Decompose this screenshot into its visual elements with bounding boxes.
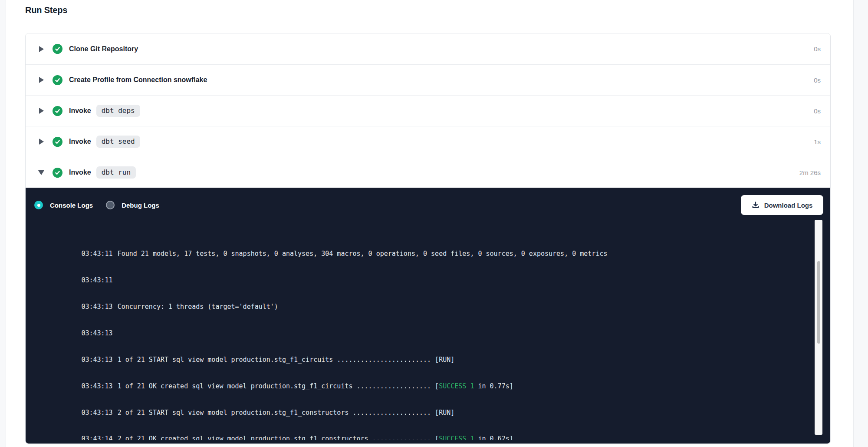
log-text: 2 of 21 START sql view model production.…: [118, 409, 455, 417]
step-row[interactable]: Clone Git Repository 0s: [26, 33, 830, 64]
step-duration: 0s: [814, 45, 821, 53]
success-check-icon: [53, 137, 62, 147]
log-timestamp: 03:43:13: [81, 409, 112, 417]
log-success-token: SUCCESS 1: [439, 435, 474, 440]
log-text-suffix: in 0.62s]: [474, 435, 513, 440]
success-check-icon: [53, 75, 62, 85]
log-line: 03:43:131 of 21 OK created sql view mode…: [34, 373, 830, 399]
log-line: 03:43:142 of 21 OK created sql view mode…: [34, 426, 830, 440]
success-check-icon: [53, 106, 62, 116]
success-check-icon: [53, 44, 62, 54]
right-gutter: [853, 0, 868, 447]
step-command-badge: dbt deps: [96, 105, 140, 117]
log-tab-label: Debug Logs: [122, 202, 159, 209]
log-timestamp: 03:43:13: [81, 329, 112, 337]
log-line: 03:43:13: [34, 320, 830, 347]
log-line: 03:43:131 of 21 START sql view model pro…: [34, 346, 830, 373]
success-check-icon: [53, 168, 62, 178]
log-timestamp: 03:43:11: [81, 276, 112, 284]
log-text: Found 21 models, 17 tests, 0 snapshots, …: [118, 250, 608, 258]
step-duration: 1s: [814, 138, 821, 146]
step-duration: 2m 26s: [799, 169, 821, 176]
step-command-badge: dbt seed: [96, 136, 140, 148]
left-gutter: [0, 0, 6, 447]
log-success-token: SUCCESS 1: [439, 382, 474, 390]
log-timestamp: 03:43:14: [81, 435, 112, 440]
expand-caret-icon[interactable]: [38, 108, 45, 114]
expand-caret-icon[interactable]: [38, 139, 45, 145]
step-title: Invoke: [69, 138, 91, 146]
step-row[interactable]: Create Profile from Connection snowflake…: [26, 64, 830, 95]
download-icon: [752, 201, 760, 209]
radio-icon[interactable]: [106, 201, 115, 209]
expand-caret-icon[interactable]: [38, 46, 45, 52]
step-row[interactable]: Invoke dbt seed 1s: [26, 126, 830, 157]
download-logs-button[interactable]: Download Logs: [741, 195, 823, 215]
log-text: 1 of 21 START sql view model production.…: [118, 356, 455, 364]
step-duration: 0s: [814, 76, 821, 84]
log-line: 03:43:11Found 21 models, 17 tests, 0 sna…: [34, 241, 830, 267]
log-tab-label: Console Logs: [50, 202, 93, 209]
log-timestamp: 03:43:13: [81, 303, 112, 311]
step-title: Invoke: [69, 107, 91, 115]
expand-caret-icon[interactable]: [38, 170, 45, 175]
log-panel: Console Logs Debug Logs Download Logs: [26, 188, 830, 444]
log-content: 03:43:11Found 21 models, 17 tests, 0 sna…: [26, 218, 830, 440]
step-title: Clone Git Repository: [69, 45, 138, 53]
log-tab[interactable]: Console Logs: [34, 201, 93, 209]
log-scrollbar-track[interactable]: [815, 220, 822, 435]
log-timestamp: 03:43:11: [81, 250, 112, 258]
log-text-suffix: in 0.77s]: [474, 382, 513, 390]
step-title: Create Profile from Connection snowflake: [69, 76, 207, 84]
log-timestamp: 03:43:13: [81, 356, 112, 364]
step-row[interactable]: Invoke dbt deps 0s: [26, 95, 830, 126]
log-viewport[interactable]: 03:43:11Found 21 models, 17 tests, 0 sna…: [26, 218, 830, 440]
log-line: 03:43:13Concurrency: 1 threads (target='…: [34, 294, 830, 320]
radio-icon[interactable]: [34, 201, 43, 209]
log-text: 1 of 21 OK created sql view model produc…: [118, 382, 439, 390]
run-steps-card: Clone Git Repository 0s Create Profile f…: [25, 33, 831, 444]
expand-caret-icon[interactable]: [38, 77, 45, 83]
log-panel-header: Console Logs Debug Logs Download Logs: [26, 188, 830, 219]
download-logs-label: Download Logs: [764, 202, 813, 209]
page-title: Run Steps: [25, 5, 67, 15]
log-scrollbar-thumb[interactable]: [817, 261, 820, 344]
step-duration: 0s: [814, 107, 821, 115]
log-line: 03:43:11: [34, 267, 830, 294]
step-command-badge: dbt run: [96, 166, 136, 179]
log-text: Concurrency: 1 threads (target='default'…: [118, 303, 278, 311]
log-line: 03:43:132 of 21 START sql view model pro…: [34, 399, 830, 426]
log-tab[interactable]: Debug Logs: [106, 201, 159, 209]
step-row[interactable]: Invoke dbt run 2m 26s: [26, 157, 830, 188]
log-text: 2 of 21 OK created sql view model produc…: [118, 435, 439, 440]
log-timestamp: 03:43:13: [81, 382, 112, 390]
step-title: Invoke: [69, 169, 91, 176]
